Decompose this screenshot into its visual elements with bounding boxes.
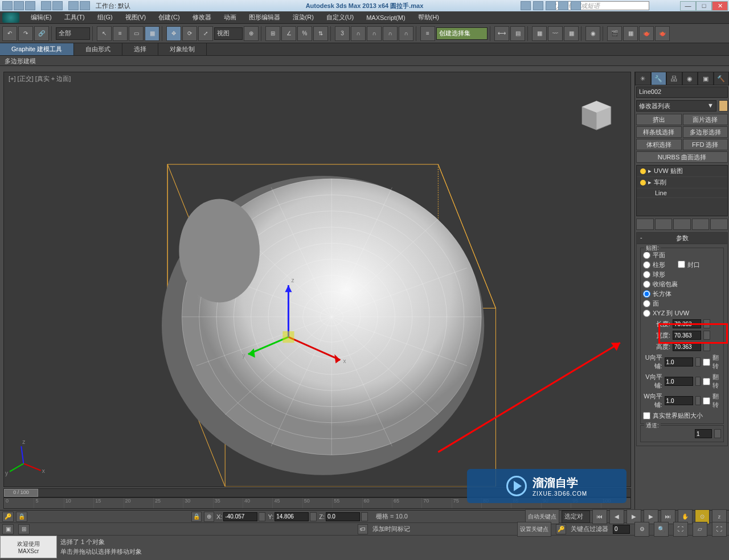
mirror-button[interactable]: ⟷	[494, 26, 509, 41]
tab-objectpaint[interactable]: 对象绘制	[158, 43, 207, 55]
hierarchy-tab-icon[interactable]: 品	[666, 72, 682, 85]
uflip-check[interactable]	[703, 359, 710, 366]
favorite-icon[interactable]	[558, 1, 568, 10]
nurbssel-button[interactable]: NURBS 曲面选择	[636, 151, 728, 163]
menu-views[interactable]: 视图(V)	[120, 13, 152, 22]
tab-selection[interactable]: 选择	[122, 43, 158, 55]
app-logo[interactable]	[2, 13, 19, 23]
nav-fov-icon[interactable]: ▱	[693, 522, 707, 537]
named-selection-dropdown[interactable]: 创建选择集	[436, 27, 488, 40]
layer-button[interactable]: ▦	[532, 26, 547, 41]
menu-help[interactable]: 帮助(H)	[412, 13, 445, 22]
radio-xyzuvw[interactable]: XYZ 到 UVW	[643, 308, 721, 318]
viewport-label[interactable]: [+] [正交] [真实 + 边面]	[9, 75, 71, 83]
patchsel-button[interactable]: 面片选择	[683, 114, 728, 125]
open-icon[interactable]	[14, 1, 24, 10]
snap-a-button[interactable]: ∩	[351, 26, 366, 41]
utilities-tab-icon[interactable]: 🔨	[714, 72, 730, 85]
key-icon[interactable]: 🔑	[556, 524, 566, 534]
radio-shrinkwrap[interactable]: 收缩包裹	[643, 279, 721, 289]
nav-zoom-icon[interactable]: 🔍	[654, 522, 669, 537]
configure-sets-icon[interactable]	[710, 219, 728, 230]
remove-mod-icon[interactable]	[692, 219, 710, 230]
snap3-button[interactable]: 3	[335, 26, 350, 41]
select-button[interactable]: ↖	[97, 26, 112, 41]
width-spinner[interactable]	[673, 331, 701, 340]
render-button[interactable]: 🫖	[639, 26, 654, 41]
menu-rendering[interactable]: 渲染(R)	[287, 13, 320, 22]
snap-s-button[interactable]: ∩	[383, 26, 398, 41]
utile-spinner[interactable]	[665, 357, 693, 367]
link-icon[interactable]	[68, 1, 79, 10]
coord-x-input[interactable]	[223, 512, 257, 521]
setkey-button[interactable]: 设置关键点	[517, 522, 551, 537]
modifier-stack[interactable]: ▸UVW 贴图 ▸车削 Line	[636, 165, 728, 216]
motion-tab-icon[interactable]: ◉	[682, 72, 698, 85]
save-icon[interactable]	[25, 1, 35, 10]
menu-edit[interactable]: 编辑(E)	[25, 13, 58, 22]
object-name-field[interactable]: Line002	[636, 87, 728, 98]
percent-snap[interactable]: %	[297, 26, 312, 41]
coord-z-input[interactable]	[326, 512, 360, 521]
maximize-button[interactable]: □	[696, 1, 712, 11]
radio-box[interactable]: 长方体	[643, 289, 721, 299]
angle-snap[interactable]: ∠	[281, 26, 296, 41]
wtile-spinner[interactable]	[665, 396, 693, 405]
menu-maxscript[interactable]: MAXScript(M)	[361, 14, 411, 21]
rollout-header[interactable]: 参数	[637, 233, 727, 244]
redo-button[interactable]: ↷	[18, 26, 33, 41]
polymodel-label[interactable]: 多边形建模	[5, 57, 36, 64]
selection-lock-icon[interactable]: ⊞	[18, 524, 30, 534]
window-crossing-button[interactable]: ▦	[145, 26, 159, 41]
workspace-dropdown[interactable]: 工作台: 默认	[96, 2, 130, 10]
scale-button[interactable]: ⤢	[198, 26, 213, 41]
realworld-row[interactable]: 真实世界贴图大小	[643, 410, 721, 421]
redo-icon[interactable]	[52, 1, 63, 10]
time-slider-thumb[interactable]: 0 / 100	[4, 489, 38, 497]
material-editor-button[interactable]: ◉	[585, 26, 600, 41]
undo-icon[interactable]	[41, 1, 51, 10]
radio-spherical[interactable]: 球形	[643, 270, 721, 279]
keymode2-icon[interactable]: 🔒	[16, 512, 27, 522]
tab-graphite[interactable]: Graphite 建模工具	[0, 43, 74, 55]
snap-toggle[interactable]: ⊞	[265, 26, 280, 41]
make-unique-icon[interactable]	[673, 219, 691, 230]
keyfilter-label[interactable]: 关键点过滤器	[571, 525, 608, 533]
modify-tab-icon[interactable]: 🔧	[651, 72, 667, 85]
modifier-list-dropdown[interactable]: 修改器列表▼	[636, 100, 716, 112]
undo-button[interactable]: ↶	[2, 26, 17, 41]
channel-spinner[interactable]	[695, 429, 712, 438]
menu-group[interactable]: 组(G)	[92, 13, 118, 22]
nav-max-icon[interactable]: ⛶	[712, 522, 727, 537]
show-result-icon[interactable]	[655, 219, 673, 230]
volsel-button[interactable]: 体积选择	[636, 139, 682, 150]
move-button[interactable]: ✥	[166, 26, 181, 41]
close-button[interactable]: ✕	[712, 1, 728, 11]
search-icon[interactable]	[521, 1, 531, 10]
display-tab-icon[interactable]: ▣	[698, 72, 714, 85]
height-spinner[interactable]	[673, 342, 701, 351]
timetag-icon[interactable]: 🏷	[358, 524, 368, 534]
tab-freeform[interactable]: 自由形式	[74, 43, 122, 55]
snap-o-button[interactable]: ∩	[399, 26, 413, 41]
selection-filter[interactable]: 全部	[56, 27, 90, 40]
vtile-spinner[interactable]	[665, 377, 693, 386]
new-icon[interactable]	[2, 1, 13, 10]
radio-cylindrical[interactable]: 柱形 封口	[643, 260, 721, 270]
spinner-arrows[interactable]	[703, 342, 710, 351]
addtime-label[interactable]: 添加时间标记	[372, 525, 410, 533]
nav-zoomall-icon[interactable]: ⛶	[673, 522, 688, 537]
splinesel-button[interactable]: 样条线选择	[636, 126, 682, 138]
vflip-check[interactable]	[703, 378, 710, 385]
render-setup-button[interactable]: 🎬	[607, 26, 622, 41]
menu-modifiers[interactable]: 修改器	[187, 13, 217, 22]
spinner-arrows[interactable]	[703, 331, 710, 340]
menu-animation[interactable]: 动画	[218, 13, 242, 22]
help-icon[interactable]	[571, 1, 581, 10]
keymode-icon[interactable]: 🔑	[2, 512, 14, 522]
lock-icon[interactable]: 🔒	[191, 512, 202, 522]
isolate-icon[interactable]: ▣	[2, 524, 14, 534]
abs-icon[interactable]: ⊕	[204, 512, 214, 522]
create-tab-icon[interactable]: ✳	[635, 72, 651, 85]
minimize-button[interactable]: —	[680, 1, 696, 11]
